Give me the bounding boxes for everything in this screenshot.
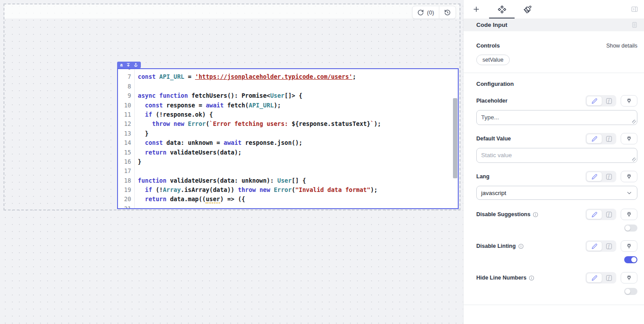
code-text: const API_URL = 'https://jsonplaceholder… — [135, 72, 356, 81]
docs-button[interactable] — [631, 22, 638, 28]
line-number: 9 — [118, 91, 135, 100]
function-mode-button[interactable]: f — [602, 172, 615, 181]
disable-suggestions-toggle[interactable] — [624, 225, 637, 232]
bind-data-button[interactable] — [621, 171, 637, 182]
info-icon[interactable] — [533, 212, 538, 217]
code-line: 17 — [118, 166, 458, 176]
edit-mode-button[interactable] — [586, 96, 602, 106]
code-text: throw new Error(`Error fetching users: $… — [135, 119, 381, 129]
mode-segmented-control: f — [585, 133, 616, 144]
bind-data-button[interactable] — [621, 95, 637, 107]
property-row-hide-line-numbers: Hide Line Numbersf — [476, 272, 637, 295]
editor-scrollbar[interactable] — [453, 98, 457, 178]
code-line: 18function validateUsers(data: unknown):… — [118, 176, 458, 185]
pencil-icon — [592, 174, 597, 180]
pencil-icon — [592, 98, 597, 104]
code-line: 7const API_URL = 'https://jsonplaceholde… — [118, 72, 458, 81]
collapse-panel-button[interactable] — [631, 5, 638, 13]
drag-to-line-icon[interactable] — [126, 63, 130, 67]
toggle-knob — [631, 257, 637, 262]
placeholder-input[interactable]: Type... — [476, 110, 637, 125]
show-details-link[interactable]: Show details — [606, 43, 637, 49]
configuration-heading: Configuration — [476, 81, 514, 87]
edit-mode-button[interactable] — [586, 172, 602, 181]
property-label: Placeholder — [476, 98, 508, 104]
code-line: 21 — [118, 204, 458, 209]
panel-tabs — [464, 0, 644, 18]
edit-mode-button[interactable] — [586, 273, 602, 283]
disable-linting-toggle[interactable] — [624, 256, 637, 263]
section-divider — [464, 73, 644, 73]
toggle-knob — [625, 289, 630, 294]
line-number: 18 — [118, 176, 135, 185]
bind-data-button[interactable] — [621, 209, 637, 220]
info-icon[interactable] — [529, 275, 534, 281]
document-icon — [631, 22, 638, 28]
code-line: 19 if (!Array.isArray(data)) throw new E… — [118, 185, 458, 195]
input-placeholder: Type... — [481, 114, 499, 121]
code-text: const response = await fetch(API_URL); — [135, 101, 281, 110]
paintbrush-icon — [523, 5, 532, 14]
function-icon: f — [606, 136, 612, 142]
chevron-down-icon — [626, 190, 633, 196]
function-mode-button[interactable]: f — [602, 96, 615, 106]
property-label: Disable Suggestions — [476, 211, 538, 217]
line-number: 10 — [118, 101, 135, 110]
widget-name-label: a — [120, 63, 123, 67]
code-text: function validateUsers(data: unknown): U… — [135, 176, 306, 185]
code-text: if (!Array.isArray(data)) throw new Erro… — [135, 185, 378, 195]
code-text: if (!response.ok) { — [135, 110, 213, 119]
mode-segmented-control: f — [585, 240, 616, 252]
code-line: 6 — [118, 68, 458, 72]
edit-mode-button[interactable] — [586, 210, 602, 219]
refresh-button[interactable]: (0) — [412, 6, 439, 18]
line-number: 15 — [118, 148, 135, 157]
function-mode-button[interactable]: f — [602, 241, 615, 251]
binding-controls: f — [585, 133, 637, 144]
line-number: 6 — [118, 68, 135, 72]
code-line: 8 — [118, 82, 458, 91]
binding-controls: f — [585, 240, 637, 252]
history-icon — [444, 9, 451, 16]
function-mode-button[interactable]: f — [602, 273, 615, 283]
function-mode-button[interactable]: f — [602, 134, 615, 144]
editor-canvas[interactable]: (0) a 67const API — [0, 0, 463, 324]
property-panel: Code Input Controls Show details setValu… — [463, 0, 644, 324]
line-number: 13 — [118, 129, 135, 138]
widget-toolbar[interactable]: a — [117, 62, 141, 68]
mode-segmented-control: f — [585, 171, 616, 182]
edit-mode-button[interactable] — [586, 134, 602, 144]
code-text — [135, 68, 138, 72]
default-value-input[interactable]: Static value — [476, 148, 637, 163]
bind-data-button[interactable] — [621, 133, 637, 144]
binding-controls: f — [585, 95, 637, 107]
tab-style[interactable] — [515, 0, 540, 18]
bind-data-button[interactable] — [621, 272, 637, 284]
code-line: 16} — [118, 157, 458, 166]
plug-icon — [626, 173, 632, 180]
tab-add[interactable] — [464, 0, 489, 18]
info-icon[interactable] — [518, 243, 524, 249]
bind-data-button[interactable] — [621, 240, 637, 252]
anchor-icon[interactable] — [134, 63, 138, 67]
line-number: 7 — [118, 72, 135, 81]
mode-segmented-control: f — [585, 272, 616, 284]
line-number: 19 — [118, 185, 135, 195]
refresh-icon — [417, 9, 424, 16]
code-editor[interactable]: 67const API_URL = 'https://jsonplacehold… — [117, 68, 459, 209]
plug-icon — [626, 98, 632, 104]
code-text: } — [135, 157, 141, 166]
function-mode-button[interactable]: f — [602, 210, 615, 219]
setvalue-button[interactable]: setValue — [476, 55, 510, 65]
edit-mode-button[interactable] — [586, 241, 602, 251]
code-input-widget[interactable]: a 67const API_URL = 'https://jsonplaceho… — [117, 60, 459, 209]
property-row-default-value: Default ValuefStatic value — [476, 133, 637, 163]
code-text — [135, 204, 138, 209]
hide-line-numbers-toggle[interactable] — [624, 288, 637, 295]
plug-icon — [626, 243, 632, 249]
lang-select[interactable]: javascript — [476, 186, 637, 200]
code-text — [135, 166, 138, 176]
history-button[interactable] — [439, 6, 456, 18]
tab-components[interactable] — [489, 0, 515, 18]
line-number: 12 — [118, 119, 135, 129]
